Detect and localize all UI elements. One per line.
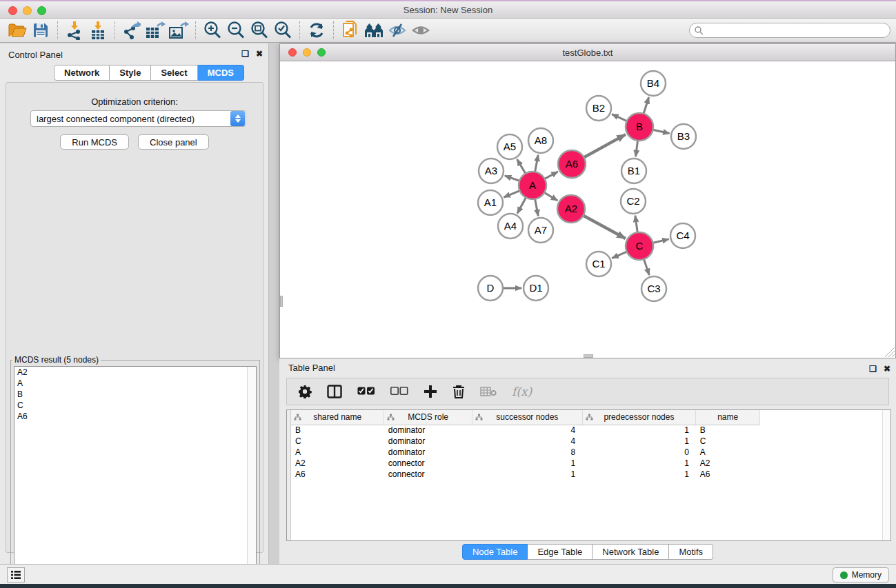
table-scrollbar[interactable] <box>882 410 890 540</box>
open-file-icon[interactable] <box>6 20 29 41</box>
show-all-icon[interactable] <box>409 20 432 41</box>
mcds-result-item[interactable]: A <box>14 378 256 389</box>
cell[interactable]: connector <box>384 458 472 469</box>
mcds-result-list[interactable]: A2ABCA6 <box>14 366 257 585</box>
import-table-icon[interactable] <box>86 20 110 41</box>
cell[interactable]: 1 <box>472 458 583 469</box>
node-table[interactable]: shared nameMCDS rolesuccessor nodesprede… <box>286 409 891 541</box>
cell[interactable]: A <box>291 447 384 458</box>
node-D1[interactable]: D1 <box>524 276 548 301</box>
float-panel-icon[interactable]: ❏ <box>241 49 249 59</box>
zoom-out-icon[interactable] <box>224 20 248 41</box>
node-C[interactable]: C <box>626 232 653 260</box>
delete-table-icon[interactable] <box>480 386 497 397</box>
tab-style[interactable]: Style <box>110 65 151 81</box>
mcds-result-item[interactable]: C <box>14 400 256 411</box>
cell[interactable]: dominator <box>384 436 472 447</box>
tab-network[interactable]: Network <box>54 65 110 81</box>
column-header-predecessor-nodes[interactable]: predecessor nodes <box>582 410 696 425</box>
cell[interactable]: 1 <box>582 469 696 480</box>
node-B3[interactable]: B3 <box>671 124 696 149</box>
tab-mcds[interactable]: MCDS <box>198 65 244 81</box>
delete-icon[interactable] <box>452 385 465 398</box>
new-network-from-selection-icon[interactable] <box>339 20 362 41</box>
cell[interactable]: dominator <box>384 447 472 458</box>
save-session-icon[interactable] <box>29 20 52 41</box>
cell[interactable]: A <box>696 447 760 458</box>
cell[interactable]: 8 <box>472 447 583 458</box>
node-A5[interactable]: A5 <box>497 134 522 159</box>
column-header-shared-name[interactable]: shared name <box>291 410 384 425</box>
tab-motifs[interactable]: Motifs <box>669 544 713 560</box>
cell[interactable]: 4 <box>472 436 583 447</box>
node-B1[interactable]: B1 <box>621 159 646 183</box>
table-row[interactable]: A6connector11A6 <box>291 469 760 480</box>
import-network-icon[interactable] <box>63 20 86 41</box>
deselect-all-icon[interactable] <box>390 387 408 396</box>
node-A3[interactable]: A3 <box>479 159 504 183</box>
run-mcds-button[interactable]: Run MCDS <box>60 134 129 150</box>
float-table-panel-icon[interactable]: ❏ <box>869 364 877 374</box>
column-header-successor-nodes[interactable]: successor nodes <box>472 410 583 425</box>
cell[interactable]: 4 <box>472 425 583 436</box>
node-B[interactable]: B <box>626 113 653 141</box>
zoom-in-icon[interactable] <box>201 20 224 41</box>
horizontal-scroll-thumb[interactable] <box>584 354 593 358</box>
cell[interactable]: A6 <box>291 469 384 480</box>
resize-grip[interactable] <box>885 347 895 357</box>
export-image-icon[interactable] <box>167 20 190 41</box>
add-column-icon[interactable] <box>424 385 437 398</box>
scrollbar[interactable] <box>247 367 256 585</box>
cell[interactable]: 1 <box>472 469 583 480</box>
refresh-icon[interactable] <box>305 20 328 41</box>
gear-icon[interactable] <box>298 385 312 398</box>
node-B2[interactable]: B2 <box>586 96 611 121</box>
cell[interactable]: A2 <box>696 458 760 469</box>
search-input[interactable] <box>704 24 890 37</box>
node-A6[interactable]: A6 <box>558 150 586 178</box>
node-A7[interactable]: A7 <box>528 218 553 243</box>
cell[interactable]: 1 <box>582 458 696 469</box>
node-A1[interactable]: A1 <box>478 190 503 215</box>
node-A4[interactable]: A4 <box>498 214 523 239</box>
optimization-criterion-select[interactable]: largest connected component (directed) <box>30 110 246 127</box>
table-row[interactable]: Cdominator41C <box>291 436 760 447</box>
mcds-result-item[interactable]: A2 <box>14 367 256 378</box>
network-graph[interactable]: B4B2BB3A8A5A6A3B1AC2A1A2A4A7C4CC1DD1C3 <box>280 61 895 358</box>
cell[interactable]: A2 <box>291 458 384 469</box>
tab-edge-table[interactable]: Edge Table <box>528 544 593 560</box>
node-A8[interactable]: A8 <box>528 128 553 153</box>
vertical-scroll-thumb[interactable] <box>280 296 283 307</box>
cell[interactable]: C <box>291 436 384 447</box>
network-canvas[interactable]: B4B2BB3A8A5A6A3B1AC2A1A2A4A7C4CC1DD1C3 <box>280 61 895 358</box>
zoom-selected-icon[interactable] <box>271 20 295 41</box>
select-all-icon[interactable] <box>357 387 375 396</box>
mcds-result-item[interactable]: B <box>14 389 256 400</box>
columns-icon[interactable] <box>327 385 342 398</box>
cell[interactable]: C <box>696 436 760 447</box>
node-C3[interactable]: C3 <box>641 276 666 301</box>
close-panel-icon[interactable]: ✖ <box>256 49 263 59</box>
table-row[interactable]: Adominator80A <box>291 447 760 458</box>
cell[interactable]: B <box>291 425 384 436</box>
tab-select[interactable]: Select <box>151 65 197 81</box>
table-row[interactable]: Bdominator41B <box>291 425 760 436</box>
node-A2[interactable]: A2 <box>557 195 585 223</box>
task-history-button[interactable] <box>7 567 25 582</box>
hide-selected-icon[interactable] <box>386 20 409 41</box>
node-D[interactable]: D <box>478 276 503 301</box>
tab-network-table[interactable]: Network Table <box>593 544 669 560</box>
cell[interactable]: dominator <box>384 425 472 436</box>
cell[interactable]: 1 <box>582 436 696 447</box>
node-B4[interactable]: B4 <box>641 71 666 96</box>
cell[interactable]: 1 <box>582 425 696 436</box>
function-builder-icon[interactable]: f(x) <box>512 385 532 398</box>
cell[interactable]: connector <box>384 469 472 480</box>
node-A[interactable]: A <box>519 172 546 199</box>
tab-node-table[interactable]: Node Table <box>462 544 528 560</box>
memory-button[interactable]: Memory <box>833 567 889 582</box>
table-row[interactable]: A2connector11A2 <box>291 458 760 469</box>
node-C1[interactable]: C1 <box>586 252 611 276</box>
cell[interactable]: 0 <box>582 447 696 458</box>
close-table-panel-icon[interactable]: ✖ <box>884 364 890 374</box>
